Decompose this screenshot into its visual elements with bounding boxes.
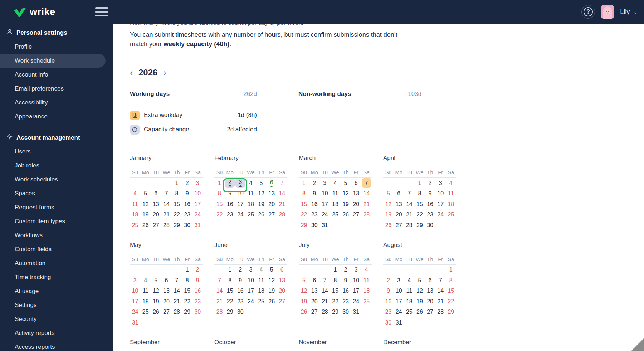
day-april-28[interactable]: 28 bbox=[404, 220, 414, 231]
day-march-24[interactable]: 24 bbox=[319, 210, 330, 220]
day-february-4[interactable]: 4 bbox=[245, 178, 256, 189]
day-february-2[interactable]: 2 bbox=[225, 178, 235, 189]
day-july-24[interactable]: 24 bbox=[351, 296, 361, 307]
day-july-10[interactable]: 10 bbox=[351, 275, 361, 286]
day-april-20[interactable]: 20 bbox=[394, 210, 404, 220]
day-may-15[interactable]: 15 bbox=[182, 286, 192, 297]
day-may-23[interactable]: 23 bbox=[192, 296, 203, 307]
day-march-29[interactable]: 29 bbox=[299, 220, 309, 231]
day-june-29[interactable]: 29 bbox=[225, 307, 235, 318]
day-april-6[interactable]: 6 bbox=[394, 189, 404, 199]
day-july-22[interactable]: 22 bbox=[330, 296, 340, 307]
day-march-3[interactable]: 3 bbox=[319, 178, 330, 189]
day-august-13[interactable]: 13 bbox=[425, 286, 435, 297]
day-july-11[interactable]: 11 bbox=[361, 275, 372, 286]
day-january-9[interactable]: 9 bbox=[182, 189, 192, 199]
day-august-28[interactable]: 28 bbox=[435, 307, 446, 318]
day-may-4[interactable]: 4 bbox=[140, 275, 151, 286]
day-march-9[interactable]: 9 bbox=[309, 189, 319, 199]
day-april-30[interactable]: 30 bbox=[425, 220, 435, 231]
sidebar-item-email-preferences[interactable]: Email preferences bbox=[0, 82, 113, 96]
day-april-10[interactable]: 10 bbox=[435, 189, 446, 199]
day-july-3[interactable]: 3 bbox=[351, 265, 361, 276]
day-march-20[interactable]: 20 bbox=[351, 199, 361, 210]
day-may-29[interactable]: 29 bbox=[182, 307, 192, 318]
day-august-22[interactable]: 22 bbox=[446, 296, 456, 307]
day-april-7[interactable]: 7 bbox=[404, 189, 414, 199]
day-july-19[interactable]: 19 bbox=[299, 296, 309, 307]
day-july-25[interactable]: 25 bbox=[361, 296, 372, 307]
day-august-10[interactable]: 10 bbox=[394, 286, 404, 297]
day-august-25[interactable]: 25 bbox=[404, 307, 414, 318]
day-march-22[interactable]: 22 bbox=[299, 210, 309, 220]
day-april-9[interactable]: 9 bbox=[425, 189, 435, 199]
day-july-6[interactable]: 6 bbox=[309, 275, 319, 286]
day-february-15[interactable]: 15 bbox=[214, 199, 225, 210]
day-august-17[interactable]: 17 bbox=[394, 296, 404, 307]
day-may-18[interactable]: 18 bbox=[140, 296, 151, 307]
day-april-19[interactable]: 19 bbox=[383, 210, 394, 220]
day-august-5[interactable]: 5 bbox=[414, 275, 425, 286]
day-july-1[interactable]: 1 bbox=[330, 265, 340, 276]
day-august-30[interactable]: 30 bbox=[383, 317, 394, 328]
day-march-17[interactable]: 17 bbox=[319, 199, 330, 210]
day-august-27[interactable]: 27 bbox=[425, 307, 435, 318]
day-may-7[interactable]: 7 bbox=[172, 275, 182, 286]
day-february-11[interactable]: 11 bbox=[245, 189, 256, 199]
day-january-11[interactable]: 11 bbox=[130, 199, 140, 210]
day-january-3[interactable]: 3 bbox=[192, 178, 203, 189]
day-april-3[interactable]: 3 bbox=[435, 178, 446, 189]
day-march-5[interactable]: 5 bbox=[341, 178, 351, 189]
day-january-24[interactable]: 24 bbox=[192, 210, 203, 220]
day-august-7[interactable]: 7 bbox=[435, 275, 446, 286]
day-march-13[interactable]: 13 bbox=[351, 189, 361, 199]
day-february-5[interactable]: 5 bbox=[256, 178, 267, 189]
day-may-9[interactable]: 9 bbox=[192, 275, 203, 286]
day-july-7[interactable]: 7 bbox=[319, 275, 330, 286]
day-april-13[interactable]: 13 bbox=[394, 199, 404, 210]
day-june-10[interactable]: 10 bbox=[245, 275, 256, 286]
day-june-3[interactable]: 3 bbox=[245, 265, 256, 276]
day-july-27[interactable]: 27 bbox=[309, 307, 319, 318]
day-april-24[interactable]: 24 bbox=[435, 210, 446, 220]
day-january-23[interactable]: 23 bbox=[182, 210, 192, 220]
day-august-31[interactable]: 31 bbox=[394, 317, 404, 328]
day-march-7[interactable]: 7 bbox=[361, 178, 372, 189]
day-february-13[interactable]: 13 bbox=[267, 189, 277, 199]
day-february-10[interactable]: 10 bbox=[235, 189, 245, 199]
sidebar-item-ai-usage[interactable]: AI usage bbox=[0, 284, 113, 298]
day-april-5[interactable]: 5 bbox=[383, 189, 394, 199]
sidebar-item-activity-reports[interactable]: Activity reports bbox=[0, 326, 113, 340]
day-february-21[interactable]: 21 bbox=[277, 199, 287, 210]
day-may-3[interactable]: 3 bbox=[130, 275, 140, 286]
day-august-21[interactable]: 21 bbox=[435, 296, 446, 307]
avatar[interactable] bbox=[601, 5, 614, 19]
day-february-12[interactable]: 12 bbox=[256, 189, 267, 199]
day-may-24[interactable]: 24 bbox=[130, 307, 140, 318]
extra-workday-row[interactable]: Extra workday 1d (8h) bbox=[130, 108, 257, 122]
day-april-17[interactable]: 17 bbox=[435, 199, 446, 210]
day-february-26[interactable]: 26 bbox=[256, 210, 267, 220]
day-january-29[interactable]: 29 bbox=[172, 220, 182, 231]
day-june-4[interactable]: 4 bbox=[256, 265, 267, 276]
day-june-13[interactable]: 13 bbox=[277, 275, 287, 286]
day-march-15[interactable]: 15 bbox=[299, 199, 309, 210]
day-april-23[interactable]: 23 bbox=[425, 210, 435, 220]
day-august-8[interactable]: 8 bbox=[446, 275, 456, 286]
day-june-28[interactable]: 28 bbox=[214, 307, 225, 318]
sidebar-item-profile[interactable]: Profile bbox=[0, 40, 113, 54]
day-march-11[interactable]: 11 bbox=[330, 189, 340, 199]
sidebar-item-request-forms[interactable]: Request forms bbox=[0, 200, 113, 214]
day-january-16[interactable]: 16 bbox=[182, 199, 192, 210]
day-may-2[interactable]: 2 bbox=[192, 265, 203, 276]
day-may-28[interactable]: 28 bbox=[172, 307, 182, 318]
day-july-26[interactable]: 26 bbox=[299, 307, 309, 318]
day-february-7[interactable]: 7 bbox=[277, 178, 287, 189]
day-august-19[interactable]: 19 bbox=[414, 296, 425, 307]
day-june-17[interactable]: 17 bbox=[245, 286, 256, 297]
day-march-21[interactable]: 21 bbox=[361, 199, 372, 210]
day-august-26[interactable]: 26 bbox=[414, 307, 425, 318]
day-january-6[interactable]: 6 bbox=[151, 189, 161, 199]
day-february-20[interactable]: 20 bbox=[267, 199, 277, 210]
day-june-16[interactable]: 16 bbox=[235, 286, 245, 297]
